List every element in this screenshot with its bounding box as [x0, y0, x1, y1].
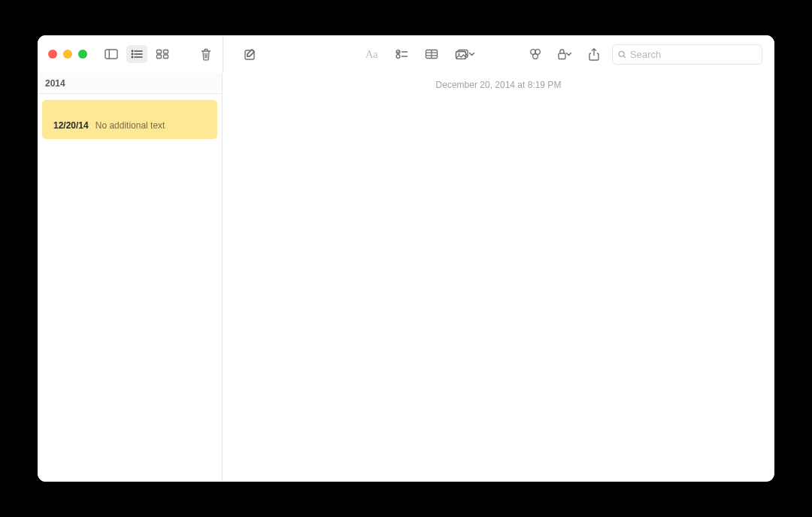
svg-rect-31 [559, 53, 565, 59]
search-field[interactable] [612, 44, 762, 65]
svg-point-27 [458, 53, 459, 55]
gallery-view-button[interactable] [152, 45, 173, 63]
checklist-button[interactable] [391, 45, 412, 63]
svg-rect-11 [164, 55, 168, 59]
table-button[interactable] [421, 45, 442, 63]
list-view-button[interactable] [126, 45, 147, 63]
svg-rect-9 [164, 50, 168, 54]
window-controls [48, 50, 87, 59]
note-meta: 12/20/14 No additional text [53, 120, 206, 131]
note-date: 12/20/14 [53, 120, 89, 131]
editor-pane: December 20, 2014 at 8:19 PM [223, 73, 774, 482]
lock-note-button[interactable] [553, 45, 576, 63]
toolbar-right-group [525, 44, 762, 65]
svg-point-30 [533, 54, 538, 59]
svg-rect-8 [157, 50, 162, 54]
text-format-icon: Aa [365, 48, 378, 61]
link-note-button[interactable] [525, 45, 546, 63]
svg-line-33 [623, 56, 626, 58]
svg-point-32 [619, 51, 624, 56]
format-controls: Aa [361, 45, 478, 63]
content-area: 2014 12/20/14 No additional text Decembe… [38, 73, 774, 482]
svg-rect-0 [105, 50, 117, 59]
note-snippet: No additional text [95, 120, 165, 131]
svg-rect-10 [157, 55, 162, 59]
note-title [53, 107, 206, 117]
svg-point-4 [132, 53, 132, 54]
svg-point-6 [132, 56, 132, 57]
share-button[interactable] [583, 45, 604, 63]
note-list-item[interactable]: 12/20/14 No additional text [42, 100, 217, 139]
media-button[interactable] [451, 45, 478, 63]
search-input[interactable] [630, 49, 756, 60]
toolbar-divider [223, 35, 223, 73]
close-window-button[interactable] [48, 50, 57, 59]
minimize-window-button[interactable] [63, 50, 72, 59]
compose-note-button[interactable] [239, 45, 260, 63]
search-icon [618, 50, 626, 59]
app-window: Aa [38, 35, 774, 482]
text-format-button[interactable]: Aa [361, 45, 382, 63]
section-header: 2014 [38, 73, 222, 94]
titlebar: Aa [38, 35, 774, 73]
view-controls [101, 45, 217, 63]
svg-point-2 [132, 50, 132, 51]
toggle-sidebar-button[interactable] [101, 45, 122, 63]
svg-point-17 [396, 55, 400, 59]
note-timestamp: December 20, 2014 at 8:19 PM [238, 80, 759, 90]
delete-note-button[interactable] [195, 45, 217, 63]
notes-sidebar: 2014 12/20/14 No additional text [38, 73, 223, 482]
note-list: 12/20/14 No additional text [38, 94, 222, 145]
fullscreen-window-button[interactable] [78, 50, 87, 59]
